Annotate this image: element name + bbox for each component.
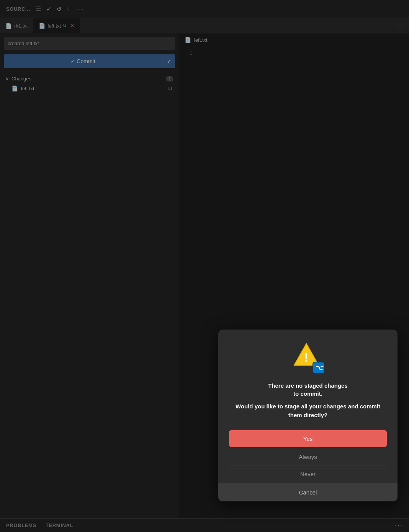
dialog-icon-area: ! ⌥ (293, 342, 323, 372)
always-button[interactable]: Always (229, 448, 387, 465)
svg-text:!: ! (304, 351, 309, 365)
yes-button[interactable]: Yes (229, 430, 387, 447)
dialog-title: There are no staged changes to commit. (268, 382, 348, 398)
never-button[interactable]: Never (229, 465, 387, 482)
dialog-subtitle: Would you like to stage all your changes… (229, 402, 387, 419)
commit-dialog: ! ⌥ There are no staged changes to commi… (218, 330, 398, 501)
dialog-buttons: Yes Always Never Cancel (229, 430, 387, 501)
vscode-letter: ⌥ (315, 364, 323, 372)
cancel-button[interactable]: Cancel (218, 483, 398, 501)
vscode-badge-icon: ⌥ (312, 362, 325, 374)
